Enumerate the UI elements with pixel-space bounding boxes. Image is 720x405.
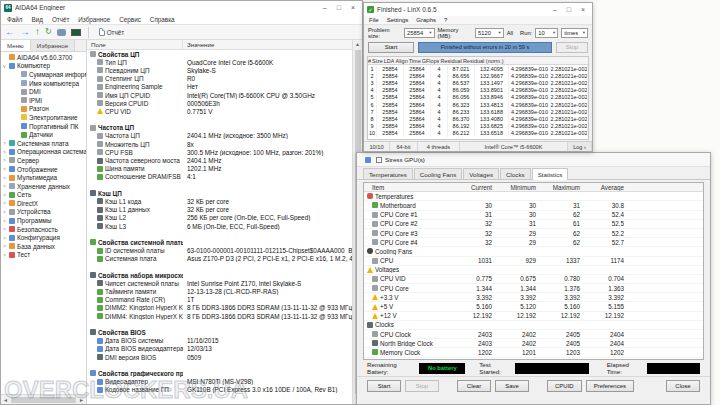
tree-item[interactable]: > Устройства [1,208,86,217]
stress-button[interactable]: Start [367,380,401,392]
users-icon[interactable] [57,29,66,36]
property-row[interactable] [87,263,352,271]
property-row[interactable]: Шина памяти 1202.1 MHz [87,165,352,173]
property-row[interactable]: Частота ЦП 2404.1 MHz (исходное: 3500 MH… [87,132,352,140]
statistics-row[interactable]: Clocks [364,321,703,330]
menu-item[interactable]: Graphs [416,17,436,23]
field-column-header[interactable]: Поле [87,40,183,49]
tree-item[interactable]: > Системная плата [1,139,86,148]
sidebar-tab[interactable]: Меню [1,40,31,51]
results-row[interactable]: 9 25854 25864 4 86.192 133.6825 4.296839… [368,123,588,130]
minimize-icon[interactable]: – [553,6,557,13]
close-icon[interactable]: × [581,6,585,13]
property-row[interactable]: DIMM2: Kingston HyperX K... 8 ГБ DDR3-18… [87,304,352,312]
property-row[interactable]: Дата BIOS видеоадаптера 12/03/13 [87,345,352,353]
run-select[interactable]: 10▾ [535,28,558,38]
tree-item[interactable]: > Тест [1,251,86,260]
property-row[interactable]: Версия CPUID 000506E3h [87,99,352,107]
property-row[interactable]: Дата BIOS системы 11/16/2015 [87,337,352,345]
property-row[interactable]: CPU VID 0.7751 V [87,107,352,115]
statistics-row[interactable]: CPU Core 1.344 1.344 1.376 1.363 [364,284,703,293]
stress-button[interactable]: CPUID [547,380,582,392]
tree-item[interactable]: Имя компьютера [1,79,86,88]
menu-item[interactable]: ? [444,17,447,23]
stress-button[interactable]: Stop [405,380,439,392]
property-row[interactable]: Частота северного моста 2404.1 MHz [87,156,352,164]
results-header-cell[interactable]: Size [372,57,384,64]
stress-button[interactable]: Save [495,380,529,392]
tree-item[interactable]: Портативный ПК [1,122,86,131]
current-header[interactable]: Current [454,184,498,191]
property-row[interactable]: Кэш ЦП [87,189,352,197]
all-label[interactable]: All [507,30,513,36]
property-row[interactable]: Видеоадаптер MSI N780Ti (MS-V298) [87,378,352,386]
tree-item[interactable]: > Сервер [1,156,86,165]
stress-tab[interactable]: Statistics [532,168,569,180]
up-icon[interactable]: ↑ [35,27,40,37]
sidebar-tab[interactable]: Избранное [31,40,75,51]
tree-item[interactable]: Суммарная информация [1,70,86,79]
property-row[interactable]: Чипсет системной платы Intel Sunrise Poi… [87,279,352,287]
maximum-header[interactable]: Maximum [542,184,586,191]
scroll-left-icon[interactable]: ◄ [1,397,10,403]
tree-item[interactable]: > Сеть [1,191,86,200]
stress-tab[interactable]: Voltages [463,168,499,179]
statistics-row[interactable]: Memory Clock 1202 1201 1203 1202 [364,348,703,357]
statistics-row[interactable]: CPU Core #1 31 30 62 52.4 [364,211,703,220]
stress-button[interactable]: Preferences [586,380,634,392]
stress-tab[interactable]: Temperatures [363,168,413,179]
property-row[interactable]: Тип ЦП QuadCore Intel Core i5-6600K [87,58,352,66]
stress-button[interactable]: Clear [457,380,491,392]
property-row[interactable]: Свойства ЦП [87,50,352,58]
tree-item[interactable]: > База данных [1,242,86,251]
property-row[interactable]: Кэш L1 данных 32 КБ per core [87,206,352,214]
results-row[interactable]: 3 25854 25864 4 86.537 133.1497 4.296839… [368,79,588,86]
tree-item[interactable]: > Мультимедиа [1,173,86,182]
stress-tab[interactable]: Cooling Fans [414,168,462,179]
menu-item[interactable]: Файл [7,16,22,23]
tree-item[interactable]: IPMI [1,96,86,105]
tree-item[interactable]: > DirectX [1,199,86,208]
results-header-cell[interactable]: GFlops [422,57,441,64]
property-row[interactable]: Свойства системной платы [87,238,352,246]
sidebar-horizontal-scrollbar[interactable]: ◄ ► [1,394,86,404]
property-row[interactable]: Соотношение DRAM/FSB 4:1 [87,173,352,181]
tree-item[interactable]: Электропитание [1,113,86,122]
results-row[interactable]: 8 25854 25864 4 86.370 133.4080 4.296839… [368,115,588,122]
property-row[interactable]: Кэш L1 кода 32 КБ per core [87,197,352,205]
results-row[interactable]: 6 25854 25864 4 86.323 133.4813 4.296839… [368,101,588,108]
property-row[interactable]: Тайминги памяти 12-13-13-28 (CL-RCD-RP-R… [87,287,352,295]
menu-item[interactable]: Сервис [119,16,141,23]
results-header-cell[interactable]: Residual [440,57,462,64]
statistics-row[interactable]: +3.3 V 3.392 3.392 3.392 3.392 [364,293,703,302]
property-row[interactable]: Engineering Sample Нет [87,83,352,91]
menu-item[interactable]: Settings [387,17,409,23]
statistics-row[interactable]: CPU Core #3 32 29 62 52.2 [364,229,703,238]
property-row[interactable]: Свойства графического проц... [87,369,352,377]
property-row[interactable] [87,181,352,189]
property-row[interactable]: Свойства BIOS [87,328,352,336]
statistics-row[interactable]: Voltages [364,266,703,275]
tree-item[interactable]: DMI [1,87,86,96]
tree-item[interactable]: > Конфигурация [1,233,86,242]
stress-button[interactable]: Close [666,380,700,392]
tree-item[interactable]: v Компьютер [1,62,86,71]
minimize-icon[interactable]: – [323,4,327,11]
menu-item[interactable]: Отчёт [52,16,69,23]
results-header-cell[interactable]: Residual (norm.) [463,57,505,64]
property-row[interactable] [87,116,352,124]
property-row[interactable] [87,361,352,369]
menu-item[interactable]: Избранное [78,16,110,23]
stress-gpu-checkbox[interactable] [376,157,382,163]
tree-item[interactable]: Разгон [1,105,86,114]
statistics-row[interactable]: CPU Core #2 32 31 61 52.5 [364,220,703,229]
statistics-row[interactable]: Motherboard 30 30 31 30.8 [364,201,703,210]
property-row[interactable]: Множитель ЦП 8x [87,140,352,148]
property-row[interactable]: Псевдоним ЦП Skylake-S [87,66,352,74]
property-row[interactable]: Имя ЦП CPUID Intel(R) Core(TM) i5-6600K … [87,91,352,99]
results-row[interactable]: 10 25854 25864 4 86.212 133.6518 4.29683… [368,130,588,137]
scroll-thumb[interactable] [11,397,76,403]
results-row[interactable]: 5 25854 25864 4 86.056 133.8946 4.296839… [368,94,588,101]
statistics-row[interactable]: CPU Core #4 32 29 62 52.7 [364,238,703,247]
property-row[interactable] [87,230,352,238]
